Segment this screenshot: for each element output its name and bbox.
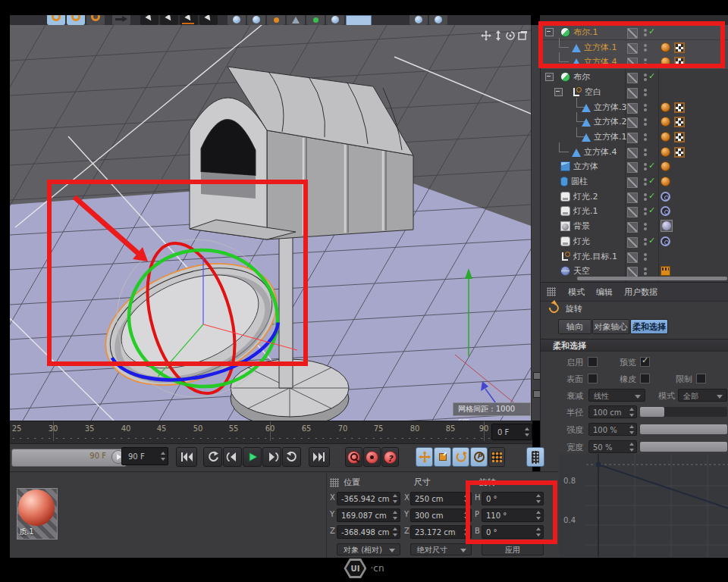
texture-tag-icon[interactable] — [674, 102, 685, 113]
layer-toggle[interactable] — [627, 222, 638, 233]
layer-toggle[interactable] — [627, 252, 638, 263]
stepper-icon[interactable] — [524, 427, 530, 436]
section-soft-selection[interactable]: 柔和选择 — [541, 339, 728, 352]
prev-frame-button[interactable] — [223, 447, 242, 467]
object-row-cube4[interactable]: 立方体.4 — [541, 55, 728, 69]
stepper-icon[interactable] — [463, 527, 469, 537]
stepper-icon[interactable] — [629, 425, 635, 434]
rubber-checkbox[interactable] — [640, 374, 650, 383]
strength-field[interactable]: 100 % — [588, 423, 637, 436]
collapse-icon[interactable] — [545, 28, 554, 36]
layer-toggle[interactable] — [627, 148, 638, 158]
play-button[interactable] — [243, 447, 262, 467]
falloff-curve[interactable] — [559, 454, 728, 557]
preview-checkbox[interactable] — [640, 357, 650, 367]
stepper-icon[interactable] — [392, 527, 398, 537]
position-z-field[interactable]: -368.498 cm — [337, 525, 400, 539]
stepper-icon[interactable] — [535, 511, 541, 520]
radius-slider[interactable] — [640, 407, 727, 417]
visibility-dots[interactable] — [644, 44, 647, 47]
workplane-icon[interactable] — [429, 15, 447, 25]
maximize-icon[interactable] — [517, 30, 528, 41]
texture-tag-icon[interactable] — [674, 117, 685, 127]
layer-toggle[interactable] — [627, 43, 638, 54]
visibility-dots[interactable] — [644, 238, 647, 241]
stepper-icon[interactable] — [392, 511, 398, 520]
radius-field[interactable]: 100 cm — [588, 405, 637, 418]
visibility-dots[interactable] — [644, 133, 647, 136]
object-mode-dropdown[interactable]: 对象 (相对) — [337, 543, 400, 555]
layer-toggle[interactable] — [627, 58, 638, 68]
enabled-check-icon[interactable] — [648, 205, 655, 215]
end-frame-field[interactable]: 90 F — [121, 447, 168, 465]
enabled-check-icon[interactable] — [648, 27, 655, 36]
layer-toggle[interactable] — [627, 103, 638, 114]
position-x-field[interactable]: -365.942 cm — [337, 492, 400, 505]
surface-checkbox[interactable] — [588, 374, 598, 383]
autokey-button[interactable] — [363, 447, 381, 467]
texture-tag-icon[interactable] — [674, 57, 685, 67]
visibility-dots[interactable] — [644, 178, 647, 181]
lasso-select-icon[interactable] — [199, 15, 218, 25]
stepper-icon[interactable] — [392, 494, 398, 503]
timeline-ruler[interactable]: 25 30 35 40 45 50 55 60 65 70 75 80 85 9… — [10, 421, 532, 444]
visibility-dots[interactable] — [644, 104, 647, 107]
visibility-dots[interactable] — [644, 223, 647, 226]
enabled-check-icon[interactable] — [648, 71, 655, 81]
visibility-dots[interactable] — [644, 268, 647, 271]
falloff-dropdown[interactable]: 线性 — [588, 389, 645, 402]
stepper-icon[interactable] — [160, 452, 166, 461]
texture-tag-icon[interactable] — [674, 132, 685, 142]
goto-end-button[interactable] — [309, 447, 330, 467]
object-row-light1[interactable]: 灯光.1 — [541, 204, 728, 218]
phong-tag-icon[interactable] — [661, 132, 670, 142]
goto-start-button[interactable] — [176, 447, 197, 467]
limit-checkbox[interactable] — [696, 374, 706, 383]
keyframe-help-button[interactable] — [381, 447, 399, 467]
phong-tag-icon[interactable] — [661, 57, 670, 67]
phong-tag-icon[interactable] — [661, 102, 670, 112]
select-tool-icon[interactable] — [140, 15, 158, 25]
model-mode-icon[interactable] — [346, 15, 372, 25]
panel-grid-icon[interactable] — [547, 287, 556, 296]
phong-tag-icon[interactable] — [661, 42, 670, 52]
layer-toggle[interactable] — [627, 28, 638, 39]
stepper-icon[interactable] — [629, 443, 635, 452]
target-tag-icon[interactable] — [661, 192, 670, 202]
key-parameter-button[interactable] — [470, 447, 488, 467]
undo-icon[interactable] — [47, 15, 65, 25]
object-row-cube2[interactable]: 立方体.2 — [541, 114, 728, 129]
tab-object-axis[interactable]: 对象轴心 — [592, 319, 629, 334]
collapse-icon[interactable] — [554, 88, 563, 96]
layer-toggle[interactable] — [627, 88, 638, 99]
phong-tag-icon[interactable] — [661, 117, 670, 127]
enabled-check-icon[interactable] — [648, 176, 655, 186]
size-z-field[interactable]: 23.172 cm — [410, 525, 472, 539]
visibility-dots[interactable] — [644, 208, 647, 211]
visibility-dots[interactable] — [644, 149, 647, 152]
tab-soft-selection[interactable]: 柔和选择 — [630, 319, 668, 334]
zoom-icon[interactable] — [493, 30, 504, 41]
size-y-field[interactable]: 300 cm — [410, 508, 472, 522]
record-key-button[interactable] — [345, 447, 362, 467]
spline-icon[interactable] — [247, 15, 265, 25]
stepper-icon[interactable] — [535, 527, 541, 537]
target-tag-icon[interactable] — [661, 236, 670, 246]
layer-toggle[interactable] — [627, 162, 638, 173]
keying-selection-button[interactable] — [488, 447, 505, 467]
prev-key-button[interactable] — [203, 447, 222, 467]
key-scale-button[interactable] — [434, 447, 451, 467]
deformer-icon[interactable] — [287, 15, 305, 25]
mode-dropdown[interactable]: 全部 — [678, 389, 727, 402]
generator-icon[interactable] — [267, 15, 285, 25]
compositing-tag-icon[interactable] — [661, 266, 670, 276]
key-rotation-button[interactable] — [452, 447, 469, 467]
rotation-b-field[interactable]: 0 ° — [482, 525, 544, 539]
target-tag-icon[interactable] — [661, 206, 670, 216]
current-frame-field[interactable]: 0 F — [491, 424, 532, 440]
stepper-icon[interactable] — [629, 408, 635, 417]
object-row-cube4b[interactable]: 立方体.4 — [541, 145, 728, 159]
stepper-icon[interactable] — [463, 494, 469, 503]
layer-toggle[interactable] — [627, 207, 638, 217]
object-row-null[interactable]: 空白 — [541, 85, 728, 99]
